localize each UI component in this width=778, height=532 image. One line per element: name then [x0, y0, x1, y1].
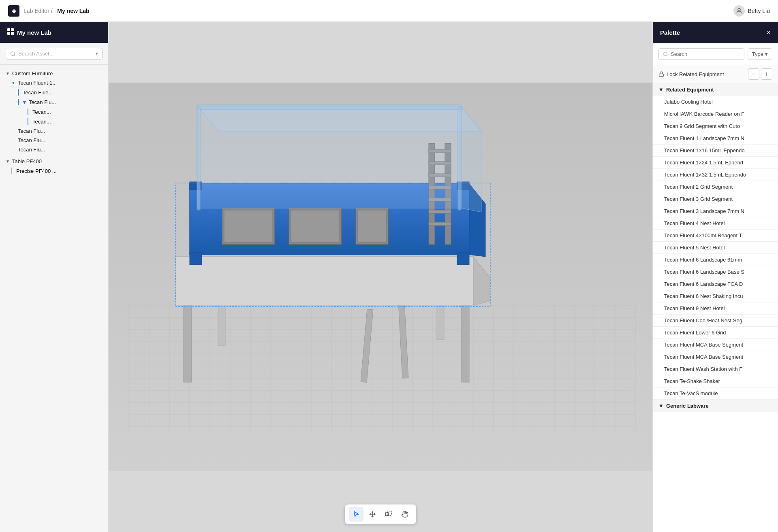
search-dropdown-icon[interactable]: ▾	[96, 51, 98, 56]
minus-button[interactable]: −	[748, 68, 759, 80]
svg-rect-4	[11, 32, 14, 35]
palette-list-item[interactable]: Tecan Fluent 6 Landscape Base S	[653, 266, 778, 278]
svg-line-86	[667, 55, 667, 56]
search-icon	[10, 51, 16, 57]
tree-item-tecan-flu-4[interactable]: Tecan Flu...	[0, 136, 108, 145]
tree-item-label: Tecan Flu...	[18, 147, 45, 153]
palette-title: Palette	[660, 29, 680, 36]
svg-rect-75	[429, 222, 451, 226]
palette-list-item[interactable]: MicroHAWK Barcode Reader on F	[653, 108, 778, 120]
svg-rect-79	[198, 105, 461, 110]
svg-rect-74	[429, 210, 451, 213]
select-tool-button[interactable]	[349, 507, 363, 521]
palette-list-item[interactable]: Tecan Te-VacS module	[653, 387, 778, 400]
palette-list-item[interactable]: Tecan Fluent 1×24 1.5mL Eppend	[653, 157, 778, 169]
tree-item-tecan-flu-5[interactable]: Tecan Flu...	[0, 145, 108, 154]
palette-list-item[interactable]: Tecan Fluent 4 Nest Hotel	[653, 217, 778, 230]
arrow-icon: ▼	[11, 81, 16, 85]
branch-indicator	[18, 99, 19, 105]
viewport-toolbar	[345, 504, 416, 524]
search-asset-input[interactable]	[18, 51, 93, 57]
svg-rect-81	[458, 107, 461, 210]
tree-item-custom-furniture[interactable]: ▼ Custom Furniture	[0, 69, 108, 78]
tree-item-table-pf400[interactable]: ▼ Table PF400	[0, 157, 108, 166]
tree-item-tecan-fluent-1[interactable]: ▼ Tecan Fluent 1...	[0, 78, 108, 87]
svg-rect-80	[197, 107, 200, 210]
generic-labware-header[interactable]: ▼ Generic Labware	[653, 400, 778, 412]
palette-list-item[interactable]: Tecan Fluent 6 Landscape FCA D	[653, 278, 778, 290]
multiselect-tool-button[interactable]	[381, 507, 396, 521]
palette-list-item[interactable]: Tecan Fluent 3 Landscape 7mm N	[653, 205, 778, 217]
related-equipment-section: ▼ Related Equipment Julabo Cooling Hotel…	[653, 83, 778, 400]
tree-item-tecan-flue[interactable]: Tecan Flue...	[0, 87, 108, 97]
palette-list-item[interactable]: Tecan Fluent 3 Grid Segment	[653, 193, 778, 205]
breadcrumb-current: My new Lab	[57, 8, 89, 14]
palette-list-item[interactable]: Tecan Fluent 5 Nest Hotel	[653, 242, 778, 254]
tree-item-tecan-flu-3[interactable]: Tecan Flu...	[0, 126, 108, 136]
related-equipment-header[interactable]: ▼ Related Equipment	[653, 83, 778, 96]
chevron-down-icon: ▾	[765, 51, 768, 57]
viewport[interactable]	[109, 22, 652, 532]
top-bar: ◈ Lab Editor / My new Lab Betty Liu	[0, 0, 778, 22]
tree-item-label: Tecan...	[32, 119, 51, 125]
lab-3d-scene	[109, 22, 652, 532]
tree-item-label: Tecan Flu...	[18, 128, 45, 134]
branch-indicator	[11, 168, 12, 174]
lock-related-equipment-label: Lock Related Equipment	[667, 71, 724, 77]
tree-item-precise-pf400[interactable]: Precise PF400 ...	[0, 166, 108, 176]
svg-rect-64	[457, 253, 469, 265]
svg-rect-46	[461, 301, 469, 382]
palette-list-item[interactable]: Tecan Te-Shake Shaker	[653, 375, 778, 387]
move-tool-button[interactable]	[365, 507, 380, 521]
type-filter-dropdown[interactable]: Type ▾	[748, 48, 772, 60]
svg-rect-1	[7, 28, 10, 31]
lock-bar-left: Lock Related Equipment	[658, 71, 724, 77]
palette-list-item[interactable]: Tecan Fluent 2 Grid Segment	[653, 181, 778, 193]
svg-point-5	[11, 51, 15, 55]
pan-tool-button[interactable]	[398, 507, 412, 521]
lock-bar: Lock Related Equipment − +	[653, 65, 778, 83]
palette-list-item[interactable]: Tecan Fluent Cool/Heat Nest Seg	[653, 315, 778, 327]
tree-item-tecan-2[interactable]: Tecan...	[0, 117, 108, 126]
brand-icon: ◈	[8, 5, 19, 17]
palette-list-item[interactable]: Tecan Fluent 6 Landscape 61mm	[653, 254, 778, 266]
palette-close-button[interactable]: ×	[766, 28, 771, 37]
palette-list-item[interactable]: Tecan Fluent MCA Base Segment	[653, 351, 778, 363]
section-label: Related Equipment	[666, 87, 714, 93]
lock-icon	[658, 71, 664, 77]
palette-list-item[interactable]: Tecan Fluent 6 Nest Shaking Incu	[653, 290, 778, 302]
palette-list-item[interactable]: Tecan Fluent 1×16 15mL Eppendo	[653, 145, 778, 157]
search-area: ▾	[0, 43, 108, 65]
svg-rect-63	[190, 253, 202, 265]
user-icon	[733, 5, 745, 17]
plus-button[interactable]: +	[761, 68, 772, 80]
palette-list-item[interactable]: Tecan Fluent Wash Station with F	[653, 363, 778, 375]
asset-tree: ▼ Custom Furniture ▼ Tecan Fluent 1... T…	[0, 65, 108, 532]
tree-item-tecan-1[interactable]: Tecan...	[0, 107, 108, 117]
palette-list-item[interactable]: Julabo Cooling Hotel	[653, 96, 778, 108]
tree-item-tecan-flu-2[interactable]: ▼ Tecan Flu...	[0, 97, 108, 107]
palette-search-row: Type ▾	[653, 43, 778, 65]
svg-rect-45	[184, 301, 192, 382]
palette-list-item[interactable]: Tecan Fluent 1×32 1.5mL Eppendo	[653, 169, 778, 181]
svg-rect-52	[175, 257, 473, 305]
palette-search-input[interactable]	[671, 51, 740, 57]
related-equipment-items: Julabo Cooling HotelMicroHAWK Barcode Re…	[653, 96, 778, 400]
grid-icon	[7, 28, 14, 36]
breadcrumb-prefix[interactable]: Lab Editor /	[24, 8, 53, 14]
palette-list-item[interactable]: Tecan Fluent Lower 6 Grid	[653, 327, 778, 339]
svg-rect-60	[291, 210, 340, 243]
branch-indicator	[18, 89, 19, 96]
svg-rect-58	[224, 210, 273, 243]
arrow-icon: ▼	[6, 71, 11, 76]
svg-rect-77	[198, 107, 461, 208]
palette-list-item[interactable]: Tecan 9 Grid Segment with Cuto	[653, 120, 778, 132]
palette-list-item[interactable]: Tecan Fluent 1 Landscape 7mm N	[653, 132, 778, 145]
palette-list-item[interactable]: Tecan Fluent 4×100ml Reagent T	[653, 230, 778, 242]
svg-rect-87	[659, 74, 664, 76]
palette-list-item[interactable]: Tecan Fluent 9 Nest Hotel	[653, 302, 778, 315]
tree-item-label: Precise PF400 ...	[16, 168, 57, 174]
palette-list-item[interactable]: Tecan Fluent MCA Base Segment	[653, 339, 778, 351]
main-layout: My new Lab ▾ ▼ Custom Furniture ▼ Tecan	[0, 22, 778, 532]
tree-item-label: Custom Furniture	[12, 70, 53, 77]
